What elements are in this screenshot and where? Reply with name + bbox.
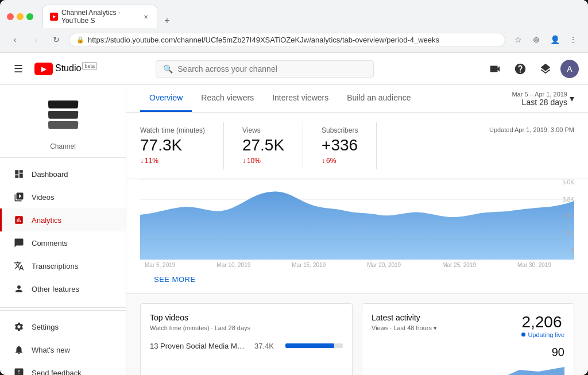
date-range-label: Mar 5 – Apr 1, 2019 [512, 91, 567, 98]
sidebar-label-send-feedback: Send feedback [32, 369, 82, 376]
help-button[interactable] [510, 59, 531, 79]
x-label-5: Mar 25, 2019 [442, 262, 476, 268]
views-change-text: 10% [247, 157, 261, 165]
bottom-row: Top videos Watch time (minutes) · Last 2… [126, 294, 588, 375]
sidebar-item-dashboard[interactable]: Dashboard [0, 163, 126, 185]
sidebar-label-settings: Settings [32, 323, 59, 331]
chart-svg [140, 179, 574, 260]
app-header: ☰ Studiobeta 🔍 [0, 53, 588, 85]
activity-secondary-count: 90 [552, 346, 564, 359]
latest-activity-card: Latest activity Views · Last 48 hours ▾ … [362, 303, 574, 375]
other-features-icon [13, 283, 25, 295]
activity-count: 2,206 [521, 313, 564, 331]
tab-reach-viewers[interactable]: Reach viewers [192, 85, 263, 112]
user-avatar[interactable]: A [560, 60, 579, 78]
transcriptions-icon [13, 260, 25, 272]
sidebar-item-whats-new[interactable]: What's new [0, 338, 126, 361]
channel-label: Channel [0, 140, 126, 158]
nav-bar: ‹ › ↻ 🔒 https://studio.youtube.com/chann… [0, 28, 588, 52]
sidebar-item-settings[interactable]: Settings [0, 315, 126, 338]
live-badge: Updating live [521, 331, 564, 338]
search-input[interactable] [177, 64, 366, 74]
latest-activity-subtitle: Views · Last 48 hours ▾ [372, 324, 437, 332]
extensions-button[interactable]: ⊛ [528, 32, 544, 48]
subscribers-label: Subscribers [322, 126, 358, 134]
sidebar-item-videos[interactable]: Videos [0, 185, 126, 208]
watch-time-change: ↓ 11% [140, 157, 205, 165]
y-label-0: 0 [554, 248, 574, 254]
url-text: https://studio.youtube.com/channel/UCfe5… [88, 36, 498, 44]
chart-fill [140, 191, 574, 259]
activity-count-area: 2,206 Updating live [521, 313, 564, 338]
sidebar-item-other-features[interactable]: Other features [0, 277, 126, 300]
forward-button[interactable]: › [28, 32, 44, 48]
tab-title: Channel Analytics - YouTube S [61, 9, 138, 25]
new-tab-button[interactable]: + [160, 13, 175, 28]
video-views-1: 37.4K [254, 342, 274, 350]
watch-time-label: Watch time (minutes) [140, 126, 205, 134]
close-button[interactable] [7, 13, 14, 20]
activity-chart-svg [372, 361, 564, 375]
maximize-button[interactable] [26, 13, 33, 20]
activity-chart-fill [372, 367, 564, 375]
active-tab[interactable]: Channel Analytics - YouTube S ✕ [42, 5, 157, 28]
sidebar-label-transcriptions: Transcriptions [32, 262, 78, 270]
youtube-icon [34, 63, 53, 75]
subscribers-change-arrow: ↓ [322, 157, 325, 165]
profile-button[interactable]: 👤 [547, 32, 563, 48]
subscribers-value: +336 [322, 137, 358, 154]
stat-watch-time: Watch time (minutes) 77.3K ↓ 11% [140, 122, 224, 169]
bookmark-button[interactable]: ☆ [510, 32, 526, 48]
tab-overview[interactable]: Overview [140, 85, 192, 112]
nav-actions: ☆ ⊛ 👤 ⋮ [510, 32, 581, 48]
sidebar-label-videos: Videos [32, 193, 55, 202]
chart-wrapper: 5.0K 3.8K 2.5K 1.3K 0 [140, 179, 574, 260]
sidebar-item-analytics[interactable]: Analytics [0, 208, 126, 231]
tab-interest-viewers[interactable]: Interest viewers [263, 85, 338, 112]
top-videos-subtitle: Watch time (minutes) · Last 28 days [150, 324, 343, 331]
views-change: ↓ 10% [242, 157, 284, 165]
live-label: Updating live [528, 331, 564, 338]
watch-time-change-text: 11% [145, 157, 158, 165]
subscribers-change-text: 6% [326, 157, 336, 165]
search-bar[interactable]: 🔍 [156, 60, 374, 78]
camera-button[interactable] [485, 59, 505, 79]
x-label-1: Mar 5, 2019 [145, 262, 175, 268]
video-bar-1 [285, 343, 334, 348]
sidebar: Channel Dashboard Videos [0, 85, 126, 375]
settings-icon [13, 321, 25, 333]
tab-favicon [50, 13, 58, 21]
sidebar-label-dashboard: Dashboard [32, 170, 68, 179]
refresh-button[interactable]: ↻ [48, 32, 64, 48]
watch-time-value: 77.3K [140, 137, 205, 154]
menu-button[interactable]: ☰ [9, 60, 28, 78]
back-button[interactable]: ‹ [7, 32, 23, 48]
traffic-lights [7, 13, 33, 20]
sidebar-item-send-feedback[interactable]: Send feedback [0, 361, 126, 375]
activity-dropdown-icon[interactable]: ▾ [434, 324, 437, 331]
beta-badge: beta [82, 62, 97, 70]
search-icon: 🔍 [163, 64, 173, 74]
date-picker[interactable]: Mar 5 – Apr 1, 2019 Last 28 days ▾ [512, 91, 574, 107]
tab-close-button[interactable]: ✕ [142, 13, 150, 21]
sidebar-item-transcriptions[interactable]: Transcriptions [0, 254, 126, 277]
stats-row: Watch time (minutes) 77.3K ↓ 11% Views 2… [140, 122, 574, 169]
sidebar-item-comments[interactable]: Comments [0, 231, 126, 254]
address-bar[interactable]: 🔒 https://studio.youtube.com/channel/UCf… [69, 33, 505, 47]
sidebar-label-analytics: Analytics [32, 216, 61, 225]
more-button[interactable]: ⋮ [565, 32, 581, 48]
video-title-1: 13 Proven Social Media Marketing Tips f.… [150, 342, 247, 350]
see-more-button[interactable]: SEE MORE [154, 275, 196, 284]
tab-build-audience[interactable]: Build an audience [338, 85, 420, 112]
comments-icon [13, 237, 25, 249]
latest-activity-title: Latest activity [372, 313, 437, 322]
browser-chrome: Channel Analytics - YouTube S ✕ + ‹ › ↻ … [0, 0, 588, 53]
views-value: 27.5K [242, 137, 284, 154]
video-bar-container-1 [285, 343, 343, 348]
activity-mini-chart [372, 361, 564, 375]
x-label-6: Mar 30, 2019 [517, 262, 551, 268]
header-actions: A [485, 59, 579, 79]
layers-button[interactable] [535, 59, 556, 79]
x-label-4: Mar 20, 2019 [367, 262, 401, 268]
minimize-button[interactable] [17, 13, 24, 20]
